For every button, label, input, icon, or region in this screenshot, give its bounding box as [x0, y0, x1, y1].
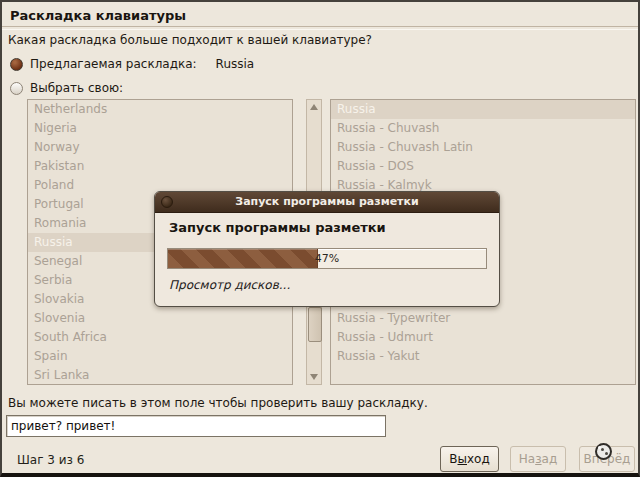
question-label: Какая раскладка больше подходит к вашей … [8, 33, 372, 47]
keyboard-test-input[interactable] [6, 415, 386, 437]
radio-selected-icon[interactable] [10, 58, 23, 71]
suggested-layout-value: Russia [216, 57, 255, 71]
list-item: Spain [28, 347, 292, 366]
progress-dialog: Запуск программы разметки Запуск програм… [154, 191, 500, 307]
progress-percent-label: 47% [168, 249, 486, 268]
scrollbar-thumb [308, 307, 322, 342]
progress-bar: 47% [167, 248, 487, 269]
radio-unselected-icon[interactable] [10, 82, 23, 95]
test-field-label: Вы можете писать в этом поле чтобы прове… [8, 396, 428, 410]
back-button-label: ад [542, 452, 558, 466]
busy-cursor-icon [595, 443, 612, 460]
radio-suggested-layout[interactable]: Предлагаемая раскладка: Russia [10, 57, 254, 71]
list-item: Russia - Chuvash Latin [331, 138, 635, 157]
progress-status-text: Просмотр дисков... [169, 278, 290, 292]
scroll-down-arrow-icon [310, 374, 318, 380]
exit-button-label: ход [467, 452, 490, 466]
exit-button-mnemonic: ы [458, 452, 467, 466]
list-item: Norway [28, 138, 292, 157]
radio-suggested-label: Предлагаемая раскладка: [30, 57, 197, 71]
list-item: South Africa [28, 328, 292, 347]
dialog-title: Запуск программы разметки [155, 192, 499, 212]
list-item: Slovenia [28, 309, 292, 328]
dialog-heading: Запуск программы разметки [169, 220, 386, 235]
list-item: Russia - Yakut [331, 347, 635, 366]
back-button-label: На [519, 452, 535, 466]
exit-button[interactable]: Выход [440, 446, 499, 472]
list-item: Netherlands [28, 100, 292, 119]
exit-button-label: В [449, 452, 457, 466]
page-title: Раскладка клавиатуры [10, 8, 186, 23]
dialog-titlebar[interactable]: Запуск программы разметки [155, 192, 499, 213]
step-indicator: Шаг 3 из 6 [17, 453, 84, 467]
scroll-up-arrow-icon [310, 104, 318, 110]
list-item: Pakistan [28, 157, 292, 176]
list-item: Sri Lanka [28, 366, 292, 385]
list-item-selected: Russia [331, 100, 635, 119]
list-item: Russia - Chuvash [331, 119, 635, 138]
list-item: Nigeria [28, 119, 292, 138]
radio-choose-own[interactable]: Выбрать свою: [10, 81, 123, 95]
back-button: Назад [510, 446, 566, 472]
list-item: Russia - DOS [331, 157, 635, 176]
installer-window: Раскладка клавиатуры Какая раскладка бол… [0, 0, 640, 477]
list-item: Russia - Typewriter [331, 309, 635, 328]
header-separator [2, 26, 638, 30]
radio-choose-label: Выбрать свою: [30, 81, 123, 95]
list-item: Russia - Udmurt [331, 328, 635, 347]
